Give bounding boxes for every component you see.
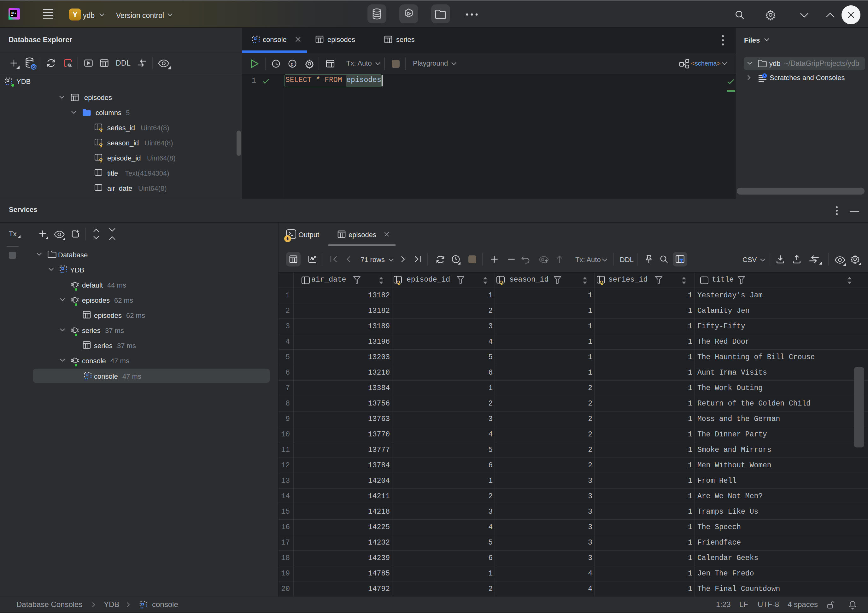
svg-text:p: p [291,61,294,67]
svg-text:DG: DG [11,11,16,15]
